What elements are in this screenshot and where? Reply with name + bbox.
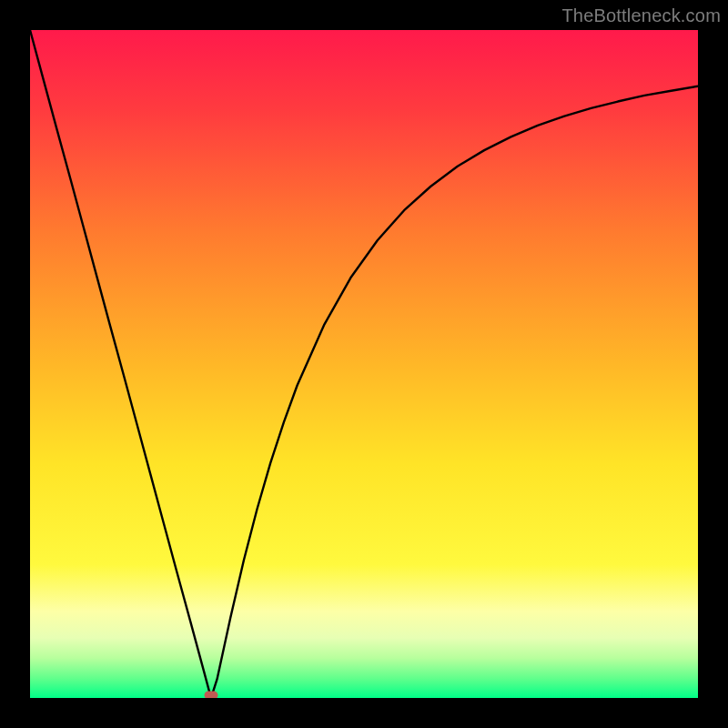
chart-frame: TheBottleneck.com bbox=[0, 0, 728, 728]
plot-area bbox=[30, 30, 698, 698]
watermark-text: TheBottleneck.com bbox=[561, 5, 721, 26]
curve-line bbox=[30, 30, 698, 698]
bottleneck-marker bbox=[204, 692, 217, 698]
